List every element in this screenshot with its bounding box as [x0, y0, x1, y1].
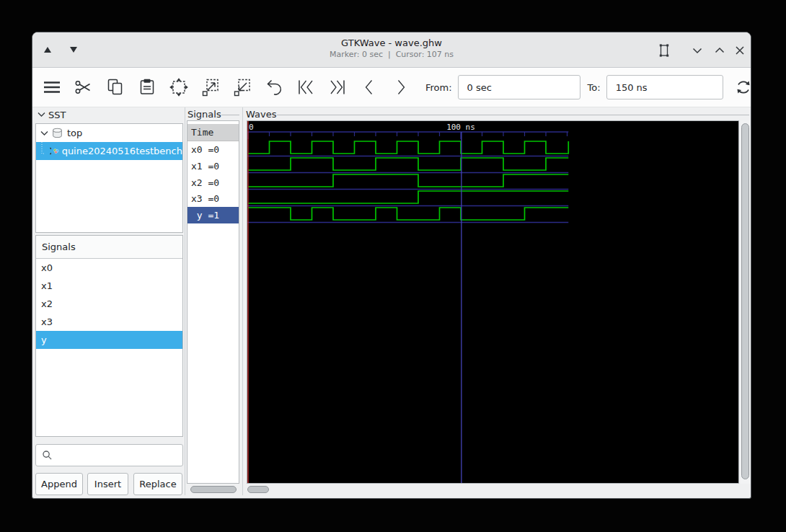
- fullscreen-icon[interactable]: [654, 40, 674, 61]
- pane-divider-right[interactable]: [242, 107, 243, 495]
- signal-search-box[interactable]: [35, 444, 183, 466]
- value-row-y-selected[interactable]: y =1: [187, 207, 239, 223]
- facility-row-x1[interactable]: x1: [36, 277, 182, 295]
- paste-icon[interactable]: [137, 77, 157, 97]
- value-row-x3[interactable]: x3 =0: [187, 190, 239, 207]
- facility-row-y-selected[interactable]: y: [36, 331, 182, 349]
- tree-item-label: quine20240516testbench: [62, 146, 182, 156]
- titlebar[interactable]: GTKWave - wave.ghw Marker: 0 sec | Curso…: [32, 32, 751, 68]
- insert-button[interactable]: Insert: [87, 473, 128, 495]
- tree-item-label: top: [67, 128, 82, 138]
- sst-tree: top quine20240516testbench: [35, 123, 183, 233]
- facilities-panel: Signals x0 x1 x2 x3 y: [35, 235, 183, 437]
- window-title: GTKWave - wave.ghw: [32, 37, 751, 48]
- svg-text:0: 0: [249, 123, 254, 132]
- signal-values-panel: Time x0 =0 x1 =0 x2 =0 x3 =0 y =1: [187, 120, 239, 484]
- sst-header[interactable]: SST: [37, 107, 66, 122]
- skip-to-end-icon[interactable]: [327, 77, 348, 97]
- facilities-header: Signals: [36, 236, 182, 259]
- tree-connector: [41, 142, 45, 160]
- value-row-x2[interactable]: x2 =0: [187, 174, 239, 191]
- step-forward-icon[interactable]: [391, 77, 411, 97]
- values-frame-label: Signals: [187, 109, 221, 120]
- wave-canvas[interactable]: 0100 ns: [247, 120, 739, 484]
- to-label: To:: [588, 82, 601, 93]
- chevron-right-icon[interactable]: [48, 142, 51, 160]
- wave-vscrollbar[interactable]: [741, 120, 751, 484]
- pane-divider-left[interactable]: [185, 107, 185, 495]
- time-header[interactable]: Time: [187, 124, 239, 141]
- scope-icon: [51, 127, 63, 139]
- cut-icon[interactable]: [74, 77, 94, 97]
- step-back-icon[interactable]: [359, 77, 379, 97]
- reload-icon[interactable]: [733, 77, 751, 97]
- facility-row-x3[interactable]: x3: [36, 313, 182, 331]
- waves-frame-label: Waves: [246, 109, 276, 120]
- menu-icon[interactable]: [42, 77, 62, 97]
- search-icon: [42, 450, 53, 461]
- value-row-x0[interactable]: x0 =0: [187, 141, 239, 158]
- append-button[interactable]: Append: [35, 473, 83, 495]
- sst-expander-icon[interactable]: [37, 110, 47, 119]
- facility-row-x0[interactable]: x0: [36, 259, 182, 277]
- zoom-in-icon[interactable]: [200, 77, 221, 97]
- undo-icon[interactable]: [264, 77, 284, 97]
- copy-icon[interactable]: [105, 77, 125, 97]
- close-icon[interactable]: [730, 40, 750, 61]
- zoom-out-icon[interactable]: [232, 77, 252, 97]
- frame-line: [277, 115, 749, 115]
- replace-button[interactable]: Replace: [133, 473, 182, 495]
- wave-hscrollbar-thumb[interactable]: [247, 486, 269, 493]
- values-hscrollbar-thumb[interactable]: [190, 486, 237, 493]
- sst-label: SST: [48, 110, 66, 120]
- toolbar: From: To:: [32, 68, 751, 107]
- tree-item-testbench[interactable]: quine20240516testbench: [36, 142, 182, 160]
- tree-item-top[interactable]: top: [36, 124, 182, 142]
- minimize-icon[interactable]: [687, 40, 707, 61]
- search-input[interactable]: [57, 449, 182, 461]
- zoom-fit-icon[interactable]: [169, 77, 189, 97]
- module-icon: [53, 145, 58, 157]
- facility-row-x2[interactable]: x2: [36, 295, 182, 313]
- skip-to-start-icon[interactable]: [296, 77, 316, 97]
- desktop-background: GTKWave - wave.ghw Marker: 0 sec | Curso…: [0, 0, 786, 532]
- to-input[interactable]: [606, 75, 723, 99]
- wave-vscrollbar-thumb[interactable]: [741, 123, 749, 479]
- chevron-down-icon[interactable]: [40, 124, 50, 142]
- svg-text:100 ns: 100 ns: [446, 123, 475, 132]
- from-input[interactable]: [458, 75, 580, 99]
- maximize-icon[interactable]: [710, 40, 730, 61]
- from-label: From:: [425, 82, 452, 93]
- value-row-x1[interactable]: x1 =0: [187, 158, 239, 174]
- marker-cursor-status: Marker: 0 sec | Cursor: 107 ns: [32, 50, 751, 59]
- frame-line: [221, 115, 239, 115]
- gtkwave-window: GTKWave - wave.ghw Marker: 0 sec | Curso…: [32, 32, 751, 499]
